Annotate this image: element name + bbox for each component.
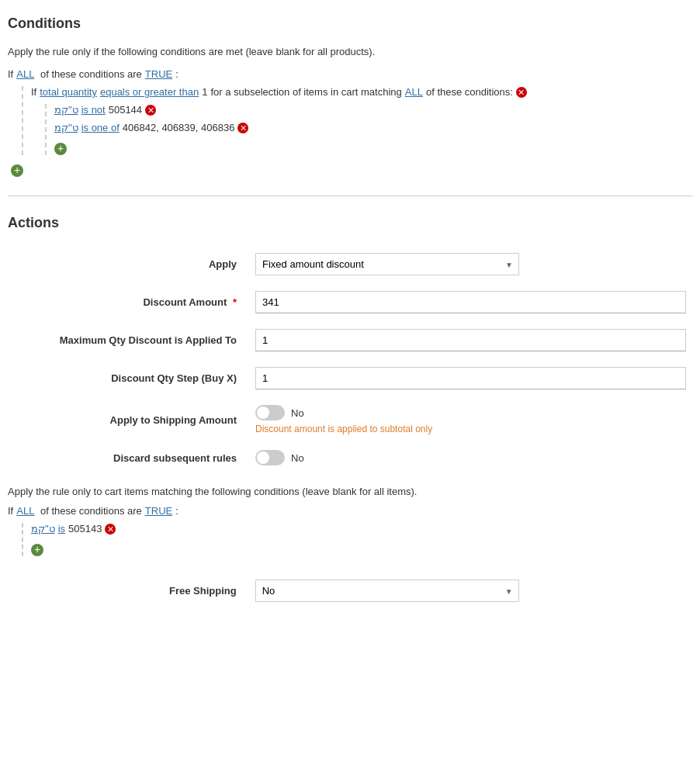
apply-label: Apply [8,245,249,283]
cart-op-link-1[interactable]: is [58,523,65,535]
discard-label: Discard subsequent rules [8,442,249,473]
equals-link[interactable]: equals or greater than [100,86,199,98]
section-divider [8,195,692,196]
cart-attr-link-1[interactable]: ט"קמ [31,523,55,535]
qty-step-input[interactable] [255,367,686,389]
shipping-toggle-wrapper: No [255,405,686,420]
free-shipping-input-cell: No For matching items only For shipment … [249,572,692,610]
discard-toggle-wrapper: No [255,450,686,465]
attr-link-2[interactable]: ט"קמ [54,122,78,133]
shipping-value: No [291,407,304,419]
discount-amount-input-cell [249,283,692,321]
apply-row: Apply Fixed amount discount Percent of p… [8,245,692,283]
sub-condition-row-1: ט"קמ is not 505144 ✕ [54,104,692,116]
apply-select-wrapper: Fixed amount discount Percent of product… [255,253,519,275]
conditions-root: If ALL of these conditions are TRUE : If… [8,68,692,177]
condition-level-1: If total quantity equals or greater than… [22,86,692,155]
free-shipping-row: Free Shipping No For matching items only… [8,572,692,610]
qty-step-label: Discount Qty Step (Buy X) [8,359,249,397]
cart-condition-level-1: ט"קמ is 505143 ✕ + [22,523,692,556]
max-qty-row: Maximum Qty Discount is Applied To [8,321,692,359]
remove-nested-condition-btn[interactable]: ✕ [516,87,527,98]
cart-root-row: If ALL of these conditions are TRUE : [8,505,692,517]
free-shipping-table: Free Shipping No For matching items only… [8,572,692,610]
if-label: If [8,68,13,80]
true-link-1[interactable]: TRUE [145,68,172,80]
nested-condition-row: If total quantity equals or greater than… [31,86,692,98]
apply-input-cell: Fixed amount discount Percent of product… [249,245,692,283]
discard-value: No [291,452,304,464]
val-2: 406842, 406839, 406836 [123,122,235,133]
shipping-row: Apply to Shipping Amount No Discount amo… [8,397,692,442]
conditions-description: Apply the rule only if the following con… [8,46,692,57]
conditions-title: Conditions [8,16,692,32]
cart-conditions-block: If ALL of these conditions are TRUE : ט"… [8,505,692,556]
qty-value: 1 [202,86,207,98]
cart-all-link[interactable]: ALL [16,505,34,517]
actions-section: Actions Apply Fixed amount discount Perc… [8,215,692,610]
shipping-hint: Discount amount is applied to subtotal o… [255,424,686,434]
apply-select[interactable]: Fixed amount discount Percent of product… [255,253,519,275]
all-link-1[interactable]: ALL [16,68,34,80]
op-link-2[interactable]: is one of [81,122,120,133]
cart-val-1: 505143 [68,523,102,535]
free-shipping-select-wrapper: No For matching items only For shipment … [255,580,519,602]
discount-amount-label-cell: Discount Amount * [8,283,249,321]
add-sub-condition-row: + [54,140,692,155]
qty-step-input-cell [249,359,692,397]
discount-amount-input[interactable] [255,291,686,313]
cart-sub-condition-row-1: ט"קמ is 505143 ✕ [31,523,692,535]
cart-desc-text: Apply the rule only to cart items matchi… [8,486,692,497]
shipping-label: Apply to Shipping Amount [8,397,249,442]
op-link-1[interactable]: is not [81,104,106,116]
condition-level-2: ט"קמ is not 505144 ✕ ט"קמ is one of 4068… [45,104,692,155]
sub-condition-row-2: ט"קמ is one of 406842, 406839, 406836 ✕ [54,122,692,133]
qty-step-row: Discount Qty Step (Buy X) [8,359,692,397]
cart-conditions-description: Apply the rule only to cart items matchi… [8,486,692,497]
conditions-section: Conditions Apply the rule only if the fo… [8,16,692,177]
root-condition-row: If ALL of these conditions are TRUE : [8,68,692,80]
actions-form-table: Apply Fixed amount discount Percent of p… [8,245,692,473]
add-condition-row: + [11,161,692,177]
discard-toggle[interactable] [255,450,285,465]
add-sub-condition-btn[interactable]: + [54,143,67,155]
required-star: * [233,296,237,308]
max-qty-input[interactable] [255,329,686,351]
actions-title: Actions [8,215,692,231]
discard-toggle-cell: No [249,442,692,473]
discount-amount-row: Discount Amount * [8,283,692,321]
remove-sub-condition-2-btn[interactable]: ✕ [237,123,248,133]
attr-link-1[interactable]: ט"קמ [54,104,78,116]
add-cart-condition-btn[interactable]: + [31,544,43,556]
shipping-toggle-cell: No Discount amount is applied to subtota… [249,397,692,442]
free-shipping-label: Free Shipping [8,572,249,610]
add-condition-btn[interactable]: + [11,164,23,177]
all-link-2[interactable]: ALL [405,86,423,98]
total-quantity-link[interactable]: total quantity [40,86,97,98]
max-qty-input-cell [249,321,692,359]
shipping-toggle[interactable] [255,405,285,420]
val-1: 505144 [109,104,142,116]
remove-sub-condition-1-btn[interactable]: ✕ [145,105,156,116]
remove-cart-condition-btn[interactable]: ✕ [105,524,116,535]
add-cart-condition-row: + [31,541,692,556]
cart-true-link[interactable]: TRUE [145,505,172,517]
free-shipping-select[interactable]: No For matching items only For shipment … [255,580,519,602]
max-qty-label: Maximum Qty Discount is Applied To [8,321,249,359]
discard-row: Discard subsequent rules No [8,442,692,473]
discount-amount-label: Discount Amount [143,296,227,308]
